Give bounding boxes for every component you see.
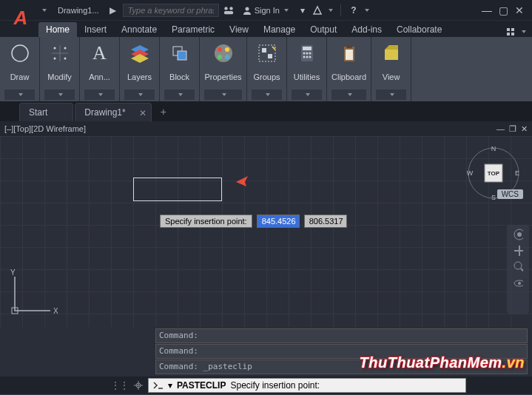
x-coord-input[interactable]: 845.4526: [257, 215, 300, 228]
ribbon-tab-addins[interactable]: Add-ins: [344, 22, 389, 37]
viewport-controls-label[interactable]: [–][Top][2D Wireframe]: [4, 124, 86, 133]
svg-rect-2: [224, 10, 233, 13]
ribbon-panel-modify[interactable]: Modify: [40, 37, 80, 101]
panel-expand[interactable]: [252, 90, 282, 100]
ribbon-panel-draw[interactable]: Draw: [0, 37, 40, 101]
panel-expand[interactable]: [331, 90, 366, 100]
block-icon: [168, 41, 192, 65]
svg-point-28: [303, 56, 305, 58]
svg-point-10: [64, 47, 66, 50]
file-tab-current[interactable]: Drawing1*✕: [75, 103, 151, 121]
ribbon: Draw Modify A Ann... Layers Block Proper…: [0, 37, 532, 102]
svg-rect-33: [346, 50, 353, 60]
prompt-icon: [153, 382, 164, 389]
exchange-icon[interactable]: ▾: [297, 5, 308, 16]
ribbon-panel-properties[interactable]: Properties: [200, 37, 247, 101]
text-icon: A: [88, 41, 112, 65]
svg-point-11: [53, 58, 55, 60]
panel-expand[interactable]: [4, 90, 35, 100]
ribbon-panel-layers[interactable]: Layers: [120, 37, 160, 101]
user-icon: [243, 6, 252, 15]
rectangle-object[interactable]: [133, 178, 222, 201]
ribbon-panel-groups[interactable]: Groups: [247, 37, 287, 101]
pan-icon[interactable]: [513, 246, 523, 256]
a360-icon[interactable]: [223, 5, 234, 16]
ribbon-tabs: Home Insert Annotate Parametric View Man…: [0, 21, 532, 37]
ucs-icon[interactable]: Y X: [6, 269, 58, 321]
panel-expand[interactable]: [292, 90, 322, 100]
svg-point-15: [215, 44, 232, 62]
navigation-bar[interactable]: [507, 225, 529, 314]
help-icon[interactable]: ?: [349, 5, 359, 16]
vp-restore-icon[interactable]: ❐: [509, 124, 516, 134]
ribbon-tab-view[interactable]: View: [222, 22, 256, 37]
svg-point-27: [309, 53, 311, 55]
ribbon-tab-insert[interactable]: Insert: [77, 22, 114, 37]
svg-rect-6: [507, 33, 510, 36]
panel-expand[interactable]: [124, 90, 155, 100]
close-icon[interactable]: ✕: [139, 108, 147, 118]
move-icon: [48, 41, 72, 65]
svg-point-8: [12, 45, 28, 61]
search-input[interactable]: [123, 4, 219, 17]
ribbon-panel-clipboard[interactable]: Clipboard: [327, 37, 371, 101]
chevron-down-icon[interactable]: [522, 30, 526, 33]
svg-rect-34: [385, 50, 398, 60]
drawing-canvas[interactable]: Specify insertion point: 845.4526 806.53…: [0, 136, 532, 327]
panel-expand[interactable]: [164, 90, 195, 100]
doc-title: Drawing1...: [53, 4, 104, 16]
calculator-icon: [295, 41, 319, 65]
ribbon-tab-collaborate[interactable]: Collaborate: [389, 22, 449, 37]
ribbon-panel-utilities[interactable]: Utilities: [287, 37, 327, 101]
compass-s: S: [491, 194, 496, 201]
featured-apps-icon[interactable]: [505, 27, 516, 37]
svg-point-3: [245, 7, 249, 10]
panel-expand[interactable]: [44, 90, 75, 100]
svg-text:Y: Y: [10, 269, 16, 277]
sign-in-button[interactable]: Sign In: [238, 4, 293, 16]
cmd-history-line: Command:: [155, 328, 528, 343]
file-tab-start[interactable]: Start: [19, 103, 73, 121]
layers-icon: [128, 41, 152, 65]
command-input[interactable]: ▾ PASTECLIP Specify insertion point:: [148, 378, 466, 393]
ribbon-panel-annotate[interactable]: A Ann...: [80, 37, 120, 101]
svg-point-0: [224, 7, 227, 10]
svg-point-18: [225, 55, 229, 59]
file-tab-add[interactable]: +: [153, 102, 174, 121]
panel-expand[interactable]: [376, 90, 406, 100]
cmd-history-line: Command:: [155, 344, 528, 359]
grip-icon[interactable]: ⋮⋮: [111, 380, 129, 391]
svg-rect-7: [511, 33, 514, 36]
app-icon[interactable]: [312, 5, 323, 16]
steering-wheel-icon[interactable]: [513, 229, 523, 240]
minimize-button[interactable]: —: [482, 5, 492, 16]
ribbon-tab-annotate[interactable]: Annotate: [114, 22, 164, 37]
title-bar: A Drawing1... ▶ Sign In ▾ ? — ▢ ✕: [0, 0, 532, 21]
svg-point-39: [517, 232, 522, 237]
qat-chevron-icon[interactable]: [38, 5, 49, 16]
ribbon-panel-view[interactable]: View: [371, 37, 411, 101]
vp-minimize-icon[interactable]: —: [496, 124, 505, 134]
customize-icon[interactable]: [133, 380, 144, 391]
recent-play-icon[interactable]: ▶: [108, 5, 118, 16]
ribbon-tab-parametric[interactable]: Parametric: [164, 22, 222, 37]
close-button[interactable]: ✕: [514, 5, 525, 16]
chevron-down-icon[interactable]: [329, 9, 333, 12]
svg-rect-22: [268, 54, 272, 58]
panel-expand[interactable]: [204, 90, 242, 100]
ribbon-tab-manage[interactable]: Manage: [256, 22, 303, 37]
vp-close-icon[interactable]: ✕: [521, 124, 528, 134]
app-logo[interactable]: A: [7, 5, 34, 32]
ribbon-tab-home[interactable]: Home: [38, 22, 77, 37]
svg-text:TOP: TOP: [488, 170, 500, 177]
maximize-button[interactable]: ▢: [498, 5, 508, 16]
chevron-down-icon[interactable]: [365, 9, 369, 12]
y-coord-input[interactable]: 806.5317: [304, 215, 347, 228]
ribbon-panel-block[interactable]: Block: [160, 37, 200, 101]
panel-expand[interactable]: [84, 90, 115, 100]
ribbon-tab-output[interactable]: Output: [303, 22, 344, 37]
orbit-icon[interactable]: [513, 278, 523, 288]
wcs-badge[interactable]: WCS: [497, 189, 523, 199]
zoom-icon[interactable]: [513, 262, 523, 272]
compass-w: W: [467, 169, 474, 177]
